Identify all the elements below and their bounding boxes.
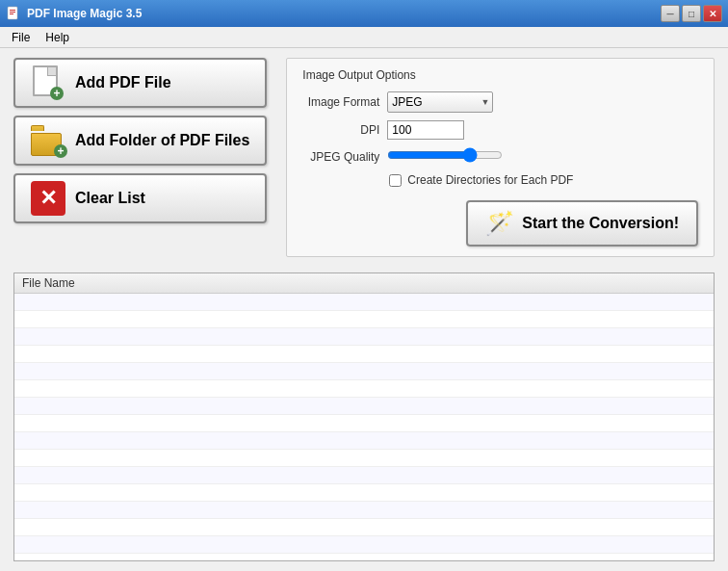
create-dirs-checkbox[interactable] [389,174,402,187]
start-conversion-label: Start the Conversion! [522,215,679,232]
file-row [14,519,714,536]
close-button[interactable]: ✕ [703,5,722,22]
svg-rect-1 [10,10,15,11]
jpeg-quality-label: JPEG Quality [302,150,379,164]
main-content: + Add PDF File + Add Folder of PDF Files [0,48,728,571]
left-buttons: + Add PDF File + Add Folder of PDF Files [13,58,267,257]
file-row [14,328,714,346]
menu-help[interactable]: Help [38,29,77,46]
clear-list-label: Clear List [75,190,145,207]
file-row [14,467,714,484]
file-row [14,294,714,311]
file-row [14,502,714,519]
file-row [14,450,714,467]
app-title: PDF Image Magic 3.5 [27,7,142,20]
file-row [14,554,714,560]
clear-list-icon: ✕ [31,181,65,216]
options-panel: Image Output Options Image Format JPEG P… [286,58,715,257]
add-pdf-icon: + [31,65,65,100]
titlebar: PDF Image Magic 3.5 ─ □ ✕ [0,0,728,27]
file-row [14,311,714,328]
maximize-button[interactable]: □ [682,5,701,22]
titlebar-left: PDF Image Magic 3.5 [6,6,142,21]
dpi-input[interactable] [387,120,464,140]
start-conversion-button[interactable]: 🪄 Start the Conversion! [466,200,698,247]
create-dirs-row: Create Directories for Each PDF [389,173,698,187]
svg-rect-0 [8,7,17,19]
image-format-select-wrapper: JPEG PNG BMP TIFF GIF [387,91,493,113]
jpeg-quality-slider[interactable] [387,147,503,163]
file-row [14,432,714,450]
magic-wand-icon: 🪄 [485,210,514,237]
file-list-container: File Name [13,273,715,561]
clear-list-button[interactable]: ✕ Clear List [13,173,267,223]
top-section: + Add PDF File + Add Folder of PDF Files [13,58,715,257]
file-row [14,363,714,380]
file-row [14,346,714,363]
jpeg-quality-row: JPEG Quality [302,147,698,166]
file-row [14,380,714,398]
titlebar-controls: ─ □ ✕ [661,5,722,22]
file-row [14,536,714,554]
svg-rect-3 [10,13,13,14]
menu-file[interactable]: File [4,29,38,46]
dpi-row: DPI [302,120,698,140]
minimize-button[interactable]: ─ [661,5,680,22]
add-folder-icon: + [31,123,65,158]
app-icon [6,6,21,21]
start-btn-container: 🪄 Start the Conversion! [302,200,698,247]
file-row [14,484,714,502]
add-folder-button[interactable]: + Add Folder of PDF Files [13,116,267,166]
file-row [14,398,714,415]
file-list-body[interactable] [14,294,714,560]
options-title: Image Output Options [302,68,698,82]
file-name-column-header: File Name [22,276,75,290]
create-dirs-label: Create Directories for Each PDF [407,173,573,187]
file-list-header: File Name [14,273,714,294]
add-folder-label: Add Folder of PDF Files [75,132,249,149]
dpi-label: DPI [302,123,379,137]
file-row [14,415,714,432]
add-pdf-button[interactable]: + Add PDF File [13,58,267,108]
image-format-label: Image Format [302,95,379,109]
jpeg-quality-slider-container [387,147,503,166]
menubar: File Help [0,27,728,48]
svg-rect-2 [10,12,15,13]
add-pdf-label: Add PDF File [75,74,171,91]
image-format-select[interactable]: JPEG PNG BMP TIFF GIF [387,91,493,113]
image-format-row: Image Format JPEG PNG BMP TIFF GIF [302,91,698,113]
